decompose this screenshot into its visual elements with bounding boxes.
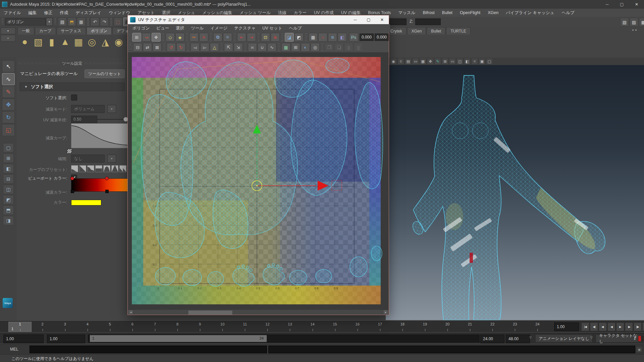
save-scene-icon[interactable]: ▦	[77, 17, 86, 26]
grid-display-icon[interactable]: ⊞	[291, 43, 300, 52]
curve-preset-s-curve[interactable]	[87, 165, 94, 172]
poly-pipe-icon[interactable]: ◉	[112, 35, 125, 49]
shelf-tab-right-2[interactable]: Bullet	[427, 27, 445, 35]
curve-preset-ease-out[interactable]	[71, 165, 78, 172]
frame-cell-12[interactable]: 13	[279, 322, 301, 331]
drag-handle[interactable]	[2, 18, 3, 25]
uv-menu-0[interactable]: ポリゴン	[129, 24, 153, 33]
frame-cell-8[interactable]: 9	[189, 322, 211, 331]
menu-21[interactable]: パイプライン キャッシュ	[502, 9, 558, 17]
poly-cube-icon[interactable]: ▧	[32, 35, 45, 49]
poly-plane-icon[interactable]: ▦	[72, 35, 85, 49]
render-settings-icon[interactable]: ▨	[630, 18, 638, 26]
step-forward-key-button[interactable]: ·▶	[625, 322, 633, 331]
uv-v-coordinate-field[interactable]: 0.000	[375, 34, 389, 41]
animation-preferences-icon[interactable]	[638, 336, 643, 342]
align-u-min-icon[interactable]: ⇤	[237, 33, 246, 42]
paste-uvs-icon[interactable]: ❏	[334, 43, 343, 52]
go-to-start-button[interactable]: |◀	[581, 322, 589, 331]
frame-cell-16[interactable]: 17	[369, 322, 391, 331]
frame-cell-6[interactable]: 7	[144, 322, 166, 331]
frame-cell-9[interactable]: 10	[211, 322, 234, 331]
poly-pyramid-icon[interactable]: ◮	[99, 35, 112, 49]
ramp-marker-icon[interactable]	[105, 190, 109, 193]
lock-camera-icon[interactable]: ◊	[397, 58, 404, 65]
align-u-max-icon[interactable]: ⇥	[247, 33, 256, 42]
chevron-down-icon[interactable]: ▽	[590, 336, 593, 339]
psd-network-icon[interactable]: Ps	[349, 33, 358, 42]
shelf-tab-menu-button[interactable]: ▼	[1, 27, 15, 34]
scroll-left-icon[interactable]: ◂	[128, 310, 133, 315]
poly-cylinder-icon[interactable]: ▮	[45, 35, 58, 49]
uv-menu-4[interactable]: イメージ	[207, 24, 231, 33]
render-view-icon[interactable]: ▧	[620, 18, 629, 26]
uv-menu-5[interactable]: テクスチャ	[231, 24, 259, 33]
paste-v-icon[interactable]: ▯	[354, 43, 363, 52]
frame-cell-7[interactable]: 8	[166, 322, 189, 331]
shelf-tab-right-1[interactable]: XGen	[407, 27, 426, 35]
maximize-button[interactable]: ▢	[614, 0, 629, 9]
selection-mode-arrow-icon[interactable]: ▼	[46, 18, 53, 26]
frame-cell-15[interactable]: 16	[346, 322, 369, 331]
cycle-uvs-icon[interactable]: △	[210, 43, 219, 52]
range-bar[interactable]: 1 24	[90, 335, 267, 342]
poly-torus-icon[interactable]: ◎	[85, 35, 99, 49]
shade-uvs-icon[interactable]: ⧈	[328, 33, 337, 42]
menu-0[interactable]: ファイル	[0, 9, 24, 17]
command-line-mode-label[interactable]: MEL	[10, 347, 18, 352]
poly-cone-icon[interactable]: ▲	[58, 35, 72, 49]
selection-mode-dropdown[interactable]: ポリゴン	[5, 18, 46, 25]
layout-graph-editor-icon[interactable]: ◨	[3, 216, 14, 225]
frame-cell-13[interactable]: 14	[301, 322, 324, 331]
falloff-curve-widget[interactable]	[71, 123, 128, 148]
layout-four-pane-icon[interactable]: ⊞	[3, 154, 14, 163]
grid-toggle-icon[interactable]: ⊞	[442, 58, 448, 65]
ramp-marker-icon[interactable]	[70, 177, 74, 180]
safe-title-icon[interactable]: ▢	[486, 58, 493, 65]
snap-uvs-icon[interactable]: ⇱	[224, 43, 233, 52]
uv-close-button[interactable]: ✕	[375, 16, 389, 24]
flip-v-icon[interactable]: ▻	[200, 43, 209, 52]
play-forwards-button[interactable]: ▶	[616, 322, 624, 331]
layout-two-side-icon[interactable]: ◧	[3, 164, 14, 173]
layout-hypershade-icon[interactable]: ⬒	[3, 205, 14, 215]
ramp-marker-icon[interactable]	[105, 177, 109, 180]
poly-sphere-icon[interactable]: ●	[18, 35, 32, 49]
menu-22[interactable]: ヘルプ	[558, 9, 578, 17]
uv-pin-icon[interactable]: ⊠	[153, 43, 162, 52]
menu-20[interactable]: XGen	[484, 9, 502, 16]
chevron-down-icon[interactable]: ▽	[529, 336, 532, 339]
shelf-tab-3[interactable]: ポリゴン	[87, 27, 112, 35]
frame-cell-23[interactable]: 24	[526, 322, 549, 331]
split-uvs-icon[interactable]: ✳	[199, 33, 208, 42]
drag-handle[interactable]	[54, 18, 56, 25]
frame-cell-18[interactable]: 19	[414, 322, 436, 331]
stack-shells-icon[interactable]: ⇲	[234, 43, 243, 52]
shelf-tab-right-3[interactable]: TURTLE	[446, 27, 470, 35]
minimize-button[interactable]: ─	[600, 0, 614, 9]
normalize-uvs-icon[interactable]: ⊡	[261, 33, 270, 42]
texture-border-icon[interactable]: ◧	[338, 33, 347, 42]
uv-maximize-button[interactable]: ▢	[362, 16, 375, 24]
merge-uvs-icon[interactable]: ∪	[258, 43, 267, 52]
frame-cell-20[interactable]: 21	[459, 322, 481, 331]
move-tool-icon[interactable]: ✥	[2, 99, 15, 111]
uv-menu-3[interactable]: ツール	[187, 24, 207, 33]
grid-uvs-icon[interactable]: ⌗	[223, 33, 232, 42]
playback-start-field[interactable]: 1.00	[47, 335, 85, 343]
unitize-uvs-icon[interactable]: ⊕	[271, 33, 280, 42]
frame-cell-10[interactable]: 11	[234, 322, 256, 331]
ramp-marker-icon[interactable]	[71, 190, 74, 193]
move-uv-shell-tool-icon[interactable]: ✥	[152, 33, 161, 42]
uv-falloff-slider-track[interactable]	[97, 119, 126, 120]
image-ratio-icon[interactable]: ◩	[294, 33, 304, 42]
lasso-select-tool-icon[interactable]: ∿	[2, 73, 15, 85]
uv-horizontal-scrollbar[interactable]: ◂ ▸	[128, 309, 389, 315]
drag-handle[interactable]	[129, 34, 130, 41]
checker-display-icon[interactable]: ▩	[281, 43, 290, 52]
close-button[interactable]: ✕	[629, 0, 644, 9]
range-track[interactable]: 1 24	[88, 335, 480, 343]
frame-cell-19[interactable]: 20	[436, 322, 459, 331]
shelf-scroll-left-icon[interactable]: ◂	[632, 28, 634, 32]
paste-u-icon[interactable]: ▯	[344, 43, 353, 52]
